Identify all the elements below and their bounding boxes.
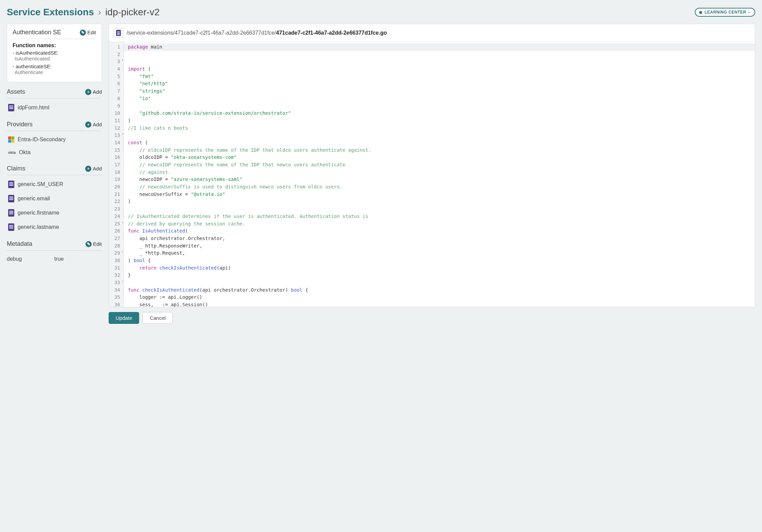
- code-editor: /service-extensions/471cade7-c2f1-46a7-a…: [109, 24, 755, 307]
- auth-title: Authentication SE: [13, 29, 61, 36]
- edit-metadata-button[interactable]: ✎ Edit: [86, 241, 102, 247]
- lightbulb-icon: ◉: [699, 10, 703, 15]
- add-asset-button[interactable]: + Add: [85, 89, 102, 95]
- file-icon: [116, 30, 121, 36]
- metadata-row: debug true: [7, 253, 102, 262]
- plus-icon: +: [85, 89, 91, 95]
- okta-icon: okta: [8, 150, 16, 154]
- breadcrumb: Service Extensions › idp-picker-v2: [7, 7, 160, 18]
- provider-item-entra[interactable]: Entra-ID-Secondary: [7, 133, 102, 146]
- file-icon: [8, 209, 14, 217]
- function-item: - authenticateSE: Authenticate: [13, 63, 96, 75]
- claim-item[interactable]: generic.lastname: [7, 220, 102, 234]
- pencil-icon: ✎: [80, 30, 86, 36]
- assets-title: Assets: [7, 88, 25, 95]
- providers-section: Providers + Add Entra-ID-Secondary okta …: [7, 118, 102, 159]
- claims-section: Claims + Add generic.SM_USER generic.ema…: [7, 162, 102, 234]
- authentication-card: Authentication SE ✎ Edit Function names:…: [7, 24, 102, 82]
- plus-icon: +: [85, 166, 91, 172]
- claim-item[interactable]: generic.SM_USER: [7, 177, 102, 191]
- editor-path-bar: /service-extensions/471cade7-c2f1-46a7-a…: [109, 24, 755, 42]
- breadcrumb-current: idp-picker-v2: [105, 7, 160, 18]
- code-content[interactable]: package main import ( "fmt" "net/http" "…: [124, 42, 755, 307]
- breadcrumb-root[interactable]: Service Extensions: [7, 7, 94, 18]
- add-provider-button[interactable]: + Add: [85, 122, 102, 128]
- metadata-section: Metadata ✎ Edit debug true: [7, 238, 102, 262]
- cancel-button[interactable]: Cancel: [143, 312, 173, 324]
- plus-icon: +: [85, 122, 91, 128]
- claim-item[interactable]: generic.email: [7, 191, 102, 206]
- claim-item[interactable]: generic.firstname: [7, 206, 102, 220]
- file-icon: [8, 181, 14, 188]
- providers-title: Providers: [7, 121, 33, 128]
- metadata-title: Metadata: [7, 240, 32, 247]
- line-gutter: 1234567891011121314151617181920212223242…: [109, 42, 124, 307]
- provider-item-okta[interactable]: okta Okta: [7, 146, 102, 159]
- file-icon: [8, 104, 14, 111]
- learning-center-button[interactable]: ◉ LEARNING CENTER ›: [695, 8, 755, 17]
- function-item: - isAuthenticatedSE: IsAuthenticated: [13, 50, 96, 61]
- update-button[interactable]: Update: [109, 312, 139, 324]
- asset-item[interactable]: idpForm.html: [7, 100, 102, 115]
- claims-title: Claims: [7, 165, 25, 172]
- microsoft-icon: [8, 136, 14, 143]
- edit-auth-button[interactable]: ✎ Edit: [80, 30, 96, 36]
- file-path: /service-extensions/471cade7-c2f1-46a7-a…: [127, 30, 387, 36]
- assets-section: Assets + Add idpForm.html: [7, 86, 102, 115]
- file-icon-wrap: [114, 28, 123, 38]
- add-claim-button[interactable]: + Add: [85, 166, 102, 172]
- function-names-heading: Function names:: [13, 42, 96, 49]
- file-icon: [8, 195, 14, 202]
- code-area[interactable]: 1234567891011121314151617181920212223242…: [109, 42, 755, 307]
- chevron-right-icon: ›: [748, 10, 750, 15]
- pencil-icon: ✎: [86, 241, 92, 247]
- file-icon: [8, 223, 14, 231]
- chevron-right-icon: ›: [98, 7, 101, 18]
